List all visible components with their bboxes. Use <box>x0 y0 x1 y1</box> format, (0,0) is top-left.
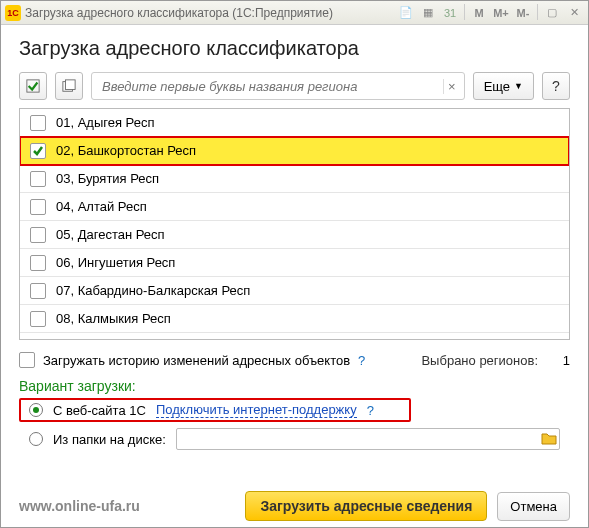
titlebar-calendar-icon[interactable]: ▦ <box>418 4 438 22</box>
history-row: Загружать историю изменений адресных объ… <box>19 352 570 368</box>
titlebar-separator-2 <box>537 4 538 20</box>
region-label: 05, Дагестан Респ <box>56 227 165 242</box>
titlebar-date-icon[interactable]: 31 <box>440 4 460 22</box>
check-all-icon <box>26 78 40 94</box>
window-title: Загрузка адресного классификатора (1С:Пр… <box>25 6 392 20</box>
region-label: 01, Адыгея Респ <box>56 115 155 130</box>
radio-folder-label: Из папки на диске: <box>53 432 166 447</box>
connect-help-icon[interactable]: ? <box>367 403 374 418</box>
region-list: 01, Адыгея Респ02, Башкортостан Респ03, … <box>19 108 570 340</box>
region-checkbox[interactable] <box>30 115 46 131</box>
region-label: 04, Алтай Респ <box>56 199 147 214</box>
more-button-label: Еще <box>484 79 510 94</box>
folder-path-input[interactable] <box>181 431 535 448</box>
titlebar-maximize-button[interactable]: ▢ <box>542 4 562 22</box>
history-help-icon[interactable]: ? <box>358 353 365 368</box>
selected-regions-count: 1 <box>546 353 570 368</box>
region-checkbox[interactable] <box>30 227 46 243</box>
titlebar-m-plus-button[interactable]: M+ <box>491 4 511 22</box>
region-label: 08, Калмыкия Респ <box>56 311 171 326</box>
app-icon: 1C <box>5 5 21 21</box>
titlebar-m-minus-button[interactable]: M- <box>513 4 533 22</box>
radio-web-block: С веб-сайта 1С Подключить интернет-подде… <box>19 398 411 422</box>
region-checkbox[interactable] <box>30 283 46 299</box>
browse-folder-button[interactable] <box>535 429 555 449</box>
uncheck-all-button[interactable] <box>55 72 83 100</box>
region-row[interactable]: 05, Дагестан Респ <box>20 221 569 249</box>
radio-web[interactable] <box>29 403 43 417</box>
folder-icon <box>541 431 557 445</box>
region-checkbox[interactable] <box>30 171 46 187</box>
region-label: 07, Кабардино-Балкарская Респ <box>56 283 250 298</box>
content: Загрузка адресного классификатора × Еще … <box>1 25 588 527</box>
clear-search-button[interactable]: × <box>443 79 460 94</box>
search-field-wrap: × <box>91 72 465 100</box>
radio-web-label: С веб-сайта 1С <box>53 403 146 418</box>
selected-regions-label: Выбрано регионов: <box>421 353 538 368</box>
region-row[interactable]: 07, Кабардино-Балкарская Респ <box>20 277 569 305</box>
region-checkbox[interactable] <box>30 255 46 271</box>
footer: www.online-ufa.ru Загрузить адресные све… <box>19 481 570 521</box>
titlebar-separator <box>464 4 465 20</box>
connect-support-link[interactable]: Подключить интернет-поддержку <box>156 402 357 418</box>
region-label: 06, Ингушетия Респ <box>56 255 175 270</box>
region-checkbox[interactable] <box>30 311 46 327</box>
region-row[interactable]: 04, Алтай Респ <box>20 193 569 221</box>
titlebar: 1C Загрузка адресного классификатора (1С… <box>1 1 588 25</box>
region-label: 02, Башкортостан Респ <box>56 143 196 158</box>
region-row[interactable]: 03, Бурятия Респ <box>20 165 569 193</box>
check-all-button[interactable] <box>19 72 47 100</box>
region-row[interactable]: 08, Калмыкия Респ <box>20 305 569 333</box>
window: 1C Загрузка адресного классификатора (1С… <box>0 0 589 528</box>
svg-rect-2 <box>66 80 76 90</box>
cancel-button[interactable]: Отмена <box>497 492 570 521</box>
radio-folder[interactable] <box>29 432 43 446</box>
region-checkbox[interactable] <box>30 143 46 159</box>
region-label: 03, Бурятия Респ <box>56 171 159 186</box>
watermark: www.online-ufa.ru <box>19 498 140 514</box>
history-checkbox[interactable] <box>19 352 35 368</box>
more-button[interactable]: Еще ▼ <box>473 72 534 100</box>
variant-title: Вариант загрузки: <box>19 378 570 394</box>
region-row[interactable]: 01, Адыгея Респ <box>20 109 569 137</box>
region-row[interactable]: 02, Башкортостан Респ <box>20 137 569 165</box>
search-input[interactable] <box>100 78 443 95</box>
help-button[interactable]: ? <box>542 72 570 100</box>
load-button[interactable]: Загрузить адресные сведения <box>245 491 487 521</box>
toolbar: × Еще ▼ ? <box>19 72 570 100</box>
titlebar-close-button[interactable]: ✕ <box>564 4 584 22</box>
folder-path-wrap <box>176 428 560 450</box>
titlebar-action-1[interactable]: 📄 <box>396 4 416 22</box>
radio-folder-block: Из папки на диске: <box>19 424 570 454</box>
history-checkbox-label: Загружать историю изменений адресных объ… <box>43 353 350 368</box>
chevron-down-icon: ▼ <box>514 81 523 91</box>
page-title: Загрузка адресного классификатора <box>19 37 570 60</box>
titlebar-buttons: 📄 ▦ 31 M M+ M- ▢ ✕ <box>396 4 584 22</box>
titlebar-m-button[interactable]: M <box>469 4 489 22</box>
region-row[interactable]: 06, Ингушетия Респ <box>20 249 569 277</box>
uncheck-all-icon <box>62 78 76 94</box>
region-checkbox[interactable] <box>30 199 46 215</box>
